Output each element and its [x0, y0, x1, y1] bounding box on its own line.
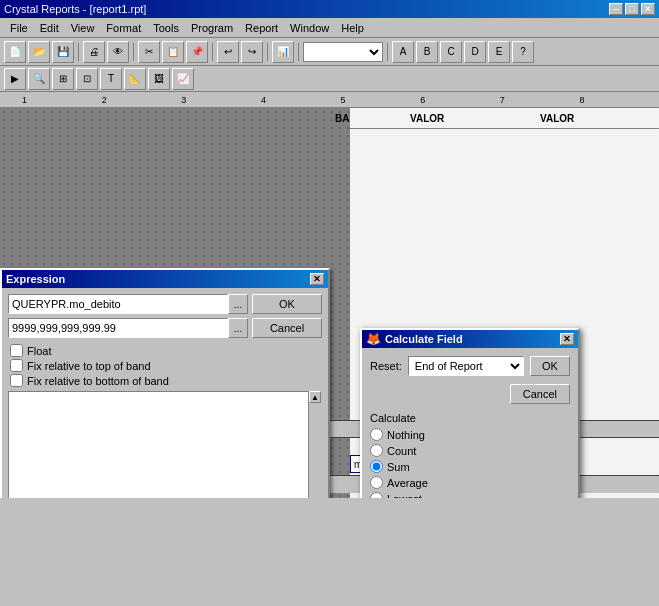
- tb5[interactable]: E: [488, 41, 510, 63]
- float-label: Float: [27, 345, 51, 357]
- menu-report[interactable]: Report: [239, 20, 284, 36]
- cr-fox-icon: 🦊: [366, 332, 381, 346]
- field2-ellipsis-btn[interactable]: ...: [228, 318, 248, 338]
- tb4[interactable]: D: [464, 41, 486, 63]
- tb2-2[interactable]: 🔍: [28, 68, 50, 90]
- tb2-3[interactable]: ⊞: [52, 68, 74, 90]
- menu-window[interactable]: Window: [284, 20, 335, 36]
- menu-edit[interactable]: Edit: [34, 20, 65, 36]
- tb2-8[interactable]: 📈: [172, 68, 194, 90]
- sep2: [133, 43, 134, 61]
- calc-lowest: Lowest: [370, 492, 570, 498]
- expression-titlebar: Expression ✕: [2, 270, 328, 288]
- overflow-label: h overflow: [12, 497, 62, 498]
- tb2[interactable]: B: [416, 41, 438, 63]
- calculate-dialog: 🦊 Calculate Field ✕ Reset: End of Report…: [360, 328, 580, 498]
- close-button[interactable]: ✕: [641, 3, 655, 15]
- col-valor2: VALOR: [540, 113, 574, 124]
- calc-nothing-radio[interactable]: [370, 428, 383, 441]
- fix-top-option: Fix relative to top of band: [10, 359, 322, 372]
- menu-tools[interactable]: Tools: [147, 20, 185, 36]
- calc-ok-btn[interactable]: OK: [530, 356, 570, 376]
- preview-btn[interactable]: 👁: [107, 41, 129, 63]
- tb2-1[interactable]: ▶: [4, 68, 26, 90]
- toolbar-1: 📄 📂 💾 🖨 👁 ✂ 📋 📌 ↩ ↪ 📊 A B C D E ?: [0, 38, 659, 66]
- tb2-7[interactable]: 🖼: [148, 68, 170, 90]
- maximize-button[interactable]: □: [625, 3, 639, 15]
- zoom-dropdown[interactable]: [303, 42, 383, 62]
- calc-lowest-radio[interactable]: [370, 492, 383, 498]
- expression-field2[interactable]: [8, 318, 228, 338]
- float-option: Float: [10, 344, 322, 357]
- scroll-up-btn[interactable]: ▲: [309, 391, 321, 403]
- undo-btn[interactable]: ↩: [217, 41, 239, 63]
- tb3[interactable]: C: [440, 41, 462, 63]
- field1-ellipsis-btn[interactable]: ...: [228, 294, 248, 314]
- calc-nothing-label: Nothing: [387, 429, 425, 441]
- calc-lowest-label: Lowest: [387, 493, 422, 499]
- calc-count-radio[interactable]: [370, 444, 383, 457]
- new-btn[interactable]: 📄: [4, 41, 26, 63]
- ruler: 1 2 3 4 5 6 7 8: [0, 92, 659, 108]
- calculate-titlebar: 🦊 Calculate Field ✕: [362, 330, 578, 348]
- float-checkbox[interactable]: [10, 344, 23, 357]
- expression-field1[interactable]: [8, 294, 228, 314]
- tb2-4[interactable]: ⊡: [76, 68, 98, 90]
- main-content: BA VALOR VALOR Expression ✕ ... OK ...: [0, 108, 659, 498]
- expr-options: Float Fix relative to top of band Fix re…: [8, 344, 322, 387]
- tb2-6[interactable]: 📐: [124, 68, 146, 90]
- calculate-options: Nothing Count Sum Average Lowest: [370, 428, 570, 498]
- fix-bottom-label: Fix relative to bottom of band: [27, 375, 169, 387]
- menu-program[interactable]: Program: [185, 20, 239, 36]
- expr-scrollbar-v[interactable]: ▲ ▼: [308, 391, 322, 498]
- save-btn[interactable]: 💾: [52, 41, 74, 63]
- menu-file[interactable]: File: [4, 20, 34, 36]
- tb1[interactable]: A: [392, 41, 414, 63]
- calc-average-radio[interactable]: [370, 476, 383, 489]
- menu-view[interactable]: View: [65, 20, 101, 36]
- expression-close-btn[interactable]: ✕: [310, 273, 324, 285]
- calc-average-label: Average: [387, 477, 428, 489]
- ruler-3: 3: [181, 95, 261, 105]
- calc-cancel-row: Cancel: [370, 384, 570, 404]
- minimize-button[interactable]: ─: [609, 3, 623, 15]
- app-title: Crystal Reports - [report1.rpt]: [4, 3, 146, 15]
- calculate-close-btn[interactable]: ✕: [560, 333, 574, 345]
- expr-row2: ... Cancel: [8, 318, 322, 338]
- col-ba: BA: [335, 113, 349, 124]
- fix-bottom-checkbox[interactable]: [10, 374, 23, 387]
- overflow-textarea[interactable]: [8, 391, 322, 498]
- reset-label: Reset:: [370, 360, 402, 372]
- chart-btn[interactable]: 📊: [272, 41, 294, 63]
- app-titlebar: Crystal Reports - [report1.rpt] ─ □ ✕: [0, 0, 659, 18]
- print-btn[interactable]: 🖨: [83, 41, 105, 63]
- fix-top-checkbox[interactable]: [10, 359, 23, 372]
- ruler-4: 4: [261, 95, 341, 105]
- sep1: [78, 43, 79, 61]
- menu-format[interactable]: Format: [100, 20, 147, 36]
- expression-dialog: Expression ✕ ... OK ... Cancel: [0, 268, 330, 498]
- redo-btn[interactable]: ↪: [241, 41, 263, 63]
- ruler-6: 6: [420, 95, 500, 105]
- tb2-5[interactable]: T: [100, 68, 122, 90]
- titlebar-controls: ─ □ ✕: [609, 3, 655, 15]
- expr-ok-btn[interactable]: OK: [252, 294, 322, 314]
- ruler-5: 5: [341, 95, 421, 105]
- paste-btn[interactable]: 📌: [186, 41, 208, 63]
- sep4: [267, 43, 268, 61]
- calculate-title-area: 🦊 Calculate Field: [366, 332, 463, 346]
- reset-dropdown[interactable]: End of Report End of Page Never: [408, 356, 524, 376]
- expr-cancel-btn[interactable]: Cancel: [252, 318, 322, 338]
- calc-sum-radio[interactable]: [370, 460, 383, 473]
- menu-help[interactable]: Help: [335, 20, 370, 36]
- copy-btn[interactable]: 📋: [162, 41, 184, 63]
- ruler-7: 7: [500, 95, 580, 105]
- toolbar-2: ▶ 🔍 ⊞ ⊡ T 📐 🖼 📈: [0, 66, 659, 92]
- ruler-2: 2: [102, 95, 182, 105]
- calculate-dialog-title: Calculate Field: [385, 333, 463, 345]
- tb6[interactable]: ?: [512, 41, 534, 63]
- cut-btn[interactable]: ✂: [138, 41, 160, 63]
- calc-cancel-btn[interactable]: Cancel: [510, 384, 570, 404]
- field2-container: ...: [8, 318, 248, 338]
- open-btn[interactable]: 📂: [28, 41, 50, 63]
